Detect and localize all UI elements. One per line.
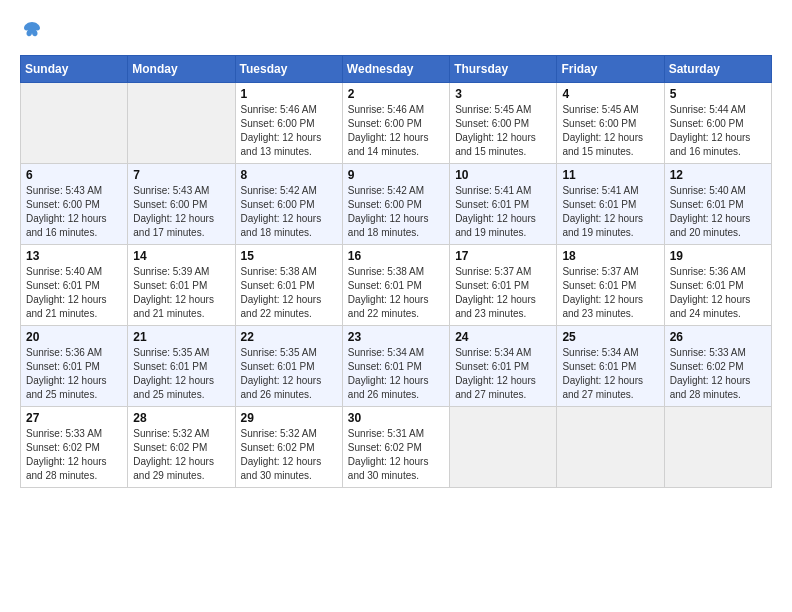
day-info: Sunrise: 5:34 AM Sunset: 6:01 PM Dayligh… <box>455 346 551 402</box>
day-info: Sunrise: 5:35 AM Sunset: 6:01 PM Dayligh… <box>133 346 229 402</box>
calendar-day-cell: 6Sunrise: 5:43 AM Sunset: 6:00 PM Daylig… <box>21 164 128 245</box>
calendar-week-row: 6Sunrise: 5:43 AM Sunset: 6:00 PM Daylig… <box>21 164 772 245</box>
day-info: Sunrise: 5:43 AM Sunset: 6:00 PM Dayligh… <box>133 184 229 240</box>
weekday-header: Sunday <box>21 56 128 83</box>
day-number: 12 <box>670 168 766 182</box>
day-info: Sunrise: 5:37 AM Sunset: 6:01 PM Dayligh… <box>562 265 658 321</box>
day-number: 14 <box>133 249 229 263</box>
calendar-day-cell: 26Sunrise: 5:33 AM Sunset: 6:02 PM Dayli… <box>664 326 771 407</box>
calendar-day-cell: 24Sunrise: 5:34 AM Sunset: 6:01 PM Dayli… <box>450 326 557 407</box>
calendar-day-cell: 8Sunrise: 5:42 AM Sunset: 6:00 PM Daylig… <box>235 164 342 245</box>
calendar-day-cell: 18Sunrise: 5:37 AM Sunset: 6:01 PM Dayli… <box>557 245 664 326</box>
weekday-header: Tuesday <box>235 56 342 83</box>
day-number: 26 <box>670 330 766 344</box>
calendar-week-row: 20Sunrise: 5:36 AM Sunset: 6:01 PM Dayli… <box>21 326 772 407</box>
calendar-week-row: 27Sunrise: 5:33 AM Sunset: 6:02 PM Dayli… <box>21 407 772 488</box>
weekday-header: Wednesday <box>342 56 449 83</box>
day-number: 4 <box>562 87 658 101</box>
day-info: Sunrise: 5:36 AM Sunset: 6:01 PM Dayligh… <box>670 265 766 321</box>
day-number: 7 <box>133 168 229 182</box>
calendar-day-cell: 15Sunrise: 5:38 AM Sunset: 6:01 PM Dayli… <box>235 245 342 326</box>
logo-text <box>20 20 42 45</box>
day-info: Sunrise: 5:38 AM Sunset: 6:01 PM Dayligh… <box>348 265 444 321</box>
calendar-day-cell: 30Sunrise: 5:31 AM Sunset: 6:02 PM Dayli… <box>342 407 449 488</box>
calendar-day-cell <box>21 83 128 164</box>
calendar-day-cell: 4Sunrise: 5:45 AM Sunset: 6:00 PM Daylig… <box>557 83 664 164</box>
calendar-day-cell: 5Sunrise: 5:44 AM Sunset: 6:00 PM Daylig… <box>664 83 771 164</box>
calendar-week-row: 13Sunrise: 5:40 AM Sunset: 6:01 PM Dayli… <box>21 245 772 326</box>
calendar-day-cell: 9Sunrise: 5:42 AM Sunset: 6:00 PM Daylig… <box>342 164 449 245</box>
day-number: 8 <box>241 168 337 182</box>
day-number: 13 <box>26 249 122 263</box>
calendar-table: SundayMondayTuesdayWednesdayThursdayFrid… <box>20 55 772 488</box>
calendar-day-cell: 11Sunrise: 5:41 AM Sunset: 6:01 PM Dayli… <box>557 164 664 245</box>
calendar-day-cell: 1Sunrise: 5:46 AM Sunset: 6:00 PM Daylig… <box>235 83 342 164</box>
day-number: 10 <box>455 168 551 182</box>
calendar-day-cell: 28Sunrise: 5:32 AM Sunset: 6:02 PM Dayli… <box>128 407 235 488</box>
weekday-header: Saturday <box>664 56 771 83</box>
calendar-day-cell: 22Sunrise: 5:35 AM Sunset: 6:01 PM Dayli… <box>235 326 342 407</box>
day-number: 11 <box>562 168 658 182</box>
day-number: 5 <box>670 87 766 101</box>
day-number: 28 <box>133 411 229 425</box>
calendar-day-cell: 13Sunrise: 5:40 AM Sunset: 6:01 PM Dayli… <box>21 245 128 326</box>
day-info: Sunrise: 5:31 AM Sunset: 6:02 PM Dayligh… <box>348 427 444 483</box>
calendar-day-cell: 17Sunrise: 5:37 AM Sunset: 6:01 PM Dayli… <box>450 245 557 326</box>
day-info: Sunrise: 5:45 AM Sunset: 6:00 PM Dayligh… <box>455 103 551 159</box>
calendar-day-cell: 21Sunrise: 5:35 AM Sunset: 6:01 PM Dayli… <box>128 326 235 407</box>
calendar-day-cell <box>557 407 664 488</box>
day-info: Sunrise: 5:34 AM Sunset: 6:01 PM Dayligh… <box>348 346 444 402</box>
day-number: 15 <box>241 249 337 263</box>
calendar-day-cell: 14Sunrise: 5:39 AM Sunset: 6:01 PM Dayli… <box>128 245 235 326</box>
calendar-day-cell <box>450 407 557 488</box>
weekday-header: Thursday <box>450 56 557 83</box>
day-number: 17 <box>455 249 551 263</box>
day-number: 30 <box>348 411 444 425</box>
calendar-day-cell: 27Sunrise: 5:33 AM Sunset: 6:02 PM Dayli… <box>21 407 128 488</box>
calendar-day-cell: 7Sunrise: 5:43 AM Sunset: 6:00 PM Daylig… <box>128 164 235 245</box>
day-info: Sunrise: 5:34 AM Sunset: 6:01 PM Dayligh… <box>562 346 658 402</box>
day-info: Sunrise: 5:40 AM Sunset: 6:01 PM Dayligh… <box>670 184 766 240</box>
calendar-day-cell: 2Sunrise: 5:46 AM Sunset: 6:00 PM Daylig… <box>342 83 449 164</box>
day-number: 27 <box>26 411 122 425</box>
calendar-day-cell: 16Sunrise: 5:38 AM Sunset: 6:01 PM Dayli… <box>342 245 449 326</box>
calendar-day-cell: 19Sunrise: 5:36 AM Sunset: 6:01 PM Dayli… <box>664 245 771 326</box>
day-info: Sunrise: 5:40 AM Sunset: 6:01 PM Dayligh… <box>26 265 122 321</box>
day-info: Sunrise: 5:42 AM Sunset: 6:00 PM Dayligh… <box>348 184 444 240</box>
day-info: Sunrise: 5:33 AM Sunset: 6:02 PM Dayligh… <box>26 427 122 483</box>
day-info: Sunrise: 5:45 AM Sunset: 6:00 PM Dayligh… <box>562 103 658 159</box>
logo <box>20 20 42 45</box>
day-number: 2 <box>348 87 444 101</box>
calendar-day-cell: 3Sunrise: 5:45 AM Sunset: 6:00 PM Daylig… <box>450 83 557 164</box>
day-info: Sunrise: 5:43 AM Sunset: 6:00 PM Dayligh… <box>26 184 122 240</box>
day-info: Sunrise: 5:33 AM Sunset: 6:02 PM Dayligh… <box>670 346 766 402</box>
day-info: Sunrise: 5:41 AM Sunset: 6:01 PM Dayligh… <box>455 184 551 240</box>
calendar-day-cell: 23Sunrise: 5:34 AM Sunset: 6:01 PM Dayli… <box>342 326 449 407</box>
day-number: 21 <box>133 330 229 344</box>
day-info: Sunrise: 5:42 AM Sunset: 6:00 PM Dayligh… <box>241 184 337 240</box>
day-info: Sunrise: 5:41 AM Sunset: 6:01 PM Dayligh… <box>562 184 658 240</box>
day-info: Sunrise: 5:38 AM Sunset: 6:01 PM Dayligh… <box>241 265 337 321</box>
page-header <box>20 20 772 45</box>
calendar-week-row: 1Sunrise: 5:46 AM Sunset: 6:00 PM Daylig… <box>21 83 772 164</box>
calendar-day-cell: 10Sunrise: 5:41 AM Sunset: 6:01 PM Dayli… <box>450 164 557 245</box>
calendar-day-cell: 12Sunrise: 5:40 AM Sunset: 6:01 PM Dayli… <box>664 164 771 245</box>
day-number: 19 <box>670 249 766 263</box>
day-number: 1 <box>241 87 337 101</box>
day-number: 22 <box>241 330 337 344</box>
day-number: 18 <box>562 249 658 263</box>
day-number: 16 <box>348 249 444 263</box>
day-number: 20 <box>26 330 122 344</box>
calendar-header-row: SundayMondayTuesdayWednesdayThursdayFrid… <box>21 56 772 83</box>
day-number: 23 <box>348 330 444 344</box>
calendar-day-cell: 25Sunrise: 5:34 AM Sunset: 6:01 PM Dayli… <box>557 326 664 407</box>
logo-bird-icon <box>22 20 42 40</box>
day-info: Sunrise: 5:37 AM Sunset: 6:01 PM Dayligh… <box>455 265 551 321</box>
calendar-day-cell <box>664 407 771 488</box>
day-info: Sunrise: 5:44 AM Sunset: 6:00 PM Dayligh… <box>670 103 766 159</box>
calendar-day-cell <box>128 83 235 164</box>
day-info: Sunrise: 5:46 AM Sunset: 6:00 PM Dayligh… <box>241 103 337 159</box>
day-info: Sunrise: 5:35 AM Sunset: 6:01 PM Dayligh… <box>241 346 337 402</box>
day-info: Sunrise: 5:32 AM Sunset: 6:02 PM Dayligh… <box>133 427 229 483</box>
day-number: 6 <box>26 168 122 182</box>
